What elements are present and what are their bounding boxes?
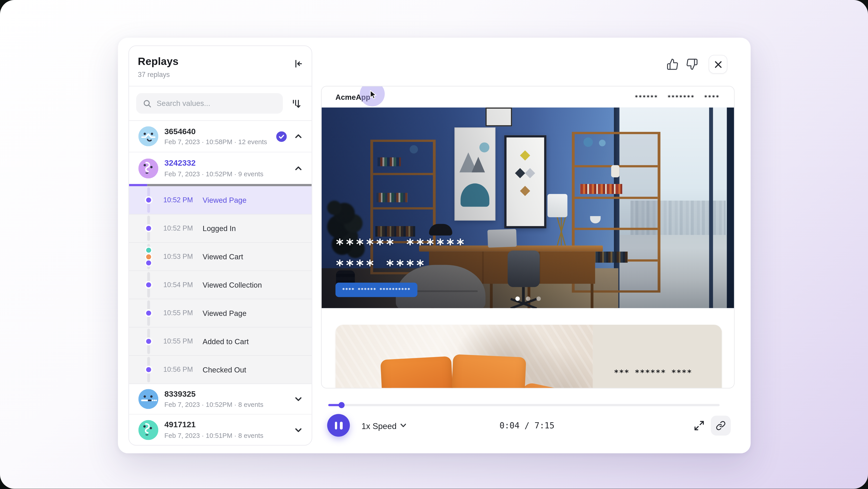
playback-progress-bar[interactable] bbox=[328, 404, 719, 406]
session-id: 8339325 bbox=[164, 390, 288, 399]
thumbs-up-button[interactable] bbox=[666, 58, 679, 70]
avatar bbox=[138, 420, 158, 440]
event-row-added-to-cart[interactable]: 10:55 PM Added to Cart bbox=[129, 327, 312, 356]
event-dot-purple bbox=[146, 260, 151, 265]
session-meta: Feb 7, 2023 · 10:51PM · 8 events bbox=[164, 432, 288, 439]
sort-filter-button[interactable] bbox=[289, 96, 303, 111]
event-row-checked-out[interactable]: 10:56 PM Checked Out bbox=[129, 356, 312, 384]
speed-label: 1x Speed bbox=[362, 421, 397, 430]
replayed-site-navbar: AcmeApp ****** ******* **** bbox=[322, 86, 734, 108]
playback-progress-knob[interactable] bbox=[339, 402, 345, 408]
session-info: 8339325 Feb 7, 2023 · 10:52PM · 8 events bbox=[164, 390, 288, 408]
watched-check-badge bbox=[276, 131, 287, 142]
product-card-panel: *** ****** **** bbox=[593, 325, 722, 389]
event-dot bbox=[146, 282, 151, 287]
site-content-section: *** ****** **** bbox=[322, 308, 734, 388]
event-time: 10:52 PM bbox=[163, 225, 203, 232]
chevron-down-icon bbox=[401, 423, 407, 428]
speed-dropdown[interactable]: 1x Speed bbox=[362, 420, 406, 431]
event-time: 10:53 PM bbox=[163, 253, 203, 260]
event-dot bbox=[146, 367, 151, 372]
page-background: Replays 37 replays Search values... bbox=[0, 0, 868, 489]
event-dot bbox=[146, 226, 151, 231]
replay-modal: Replays 37 replays Search values... bbox=[118, 38, 751, 454]
avatar bbox=[138, 389, 158, 409]
product-card[interactable]: *** ****** **** bbox=[336, 325, 722, 389]
event-dot bbox=[146, 339, 151, 344]
event-timeline: 10:52 PM Viewed Page 10:52 PM Logged In bbox=[129, 186, 312, 384]
collapse-sidebar-button[interactable] bbox=[292, 58, 305, 70]
event-dot bbox=[146, 311, 151, 316]
close-button[interactable] bbox=[709, 55, 727, 74]
session-row-3654640[interactable]: 3654640 Feb 7, 2023 · 10:58PM · 12 event… bbox=[129, 121, 312, 152]
hero-photo: ****** ****** **** **** **** ****** ****… bbox=[322, 108, 734, 308]
site-nav-links: ****** ******* **** bbox=[635, 94, 720, 100]
chevron-up-icon bbox=[294, 164, 303, 173]
masked-nav-link[interactable]: ****** bbox=[635, 94, 658, 100]
session-playback-progress[interactable] bbox=[129, 184, 312, 186]
event-label: Viewed Page bbox=[203, 196, 246, 204]
collapse-session-button[interactable] bbox=[294, 132, 303, 141]
chevron-up-icon bbox=[294, 132, 303, 141]
avatar bbox=[138, 126, 158, 146]
session-meta: Feb 7, 2023 · 10:58PM · 12 events bbox=[164, 138, 270, 146]
sidebar-header: Replays 37 replays bbox=[129, 46, 312, 86]
event-dot-stack bbox=[146, 248, 151, 265]
event-row-viewed-page-1[interactable]: 10:52 PM Viewed Page bbox=[129, 186, 312, 214]
event-time: 10:54 PM bbox=[163, 281, 203, 289]
time-display: 0:04 / 7:15 bbox=[486, 421, 568, 431]
link-icon bbox=[716, 421, 726, 431]
session-row-8339325[interactable]: 8339325 Feb 7, 2023 · 10:52PM · 8 events bbox=[129, 384, 312, 414]
expand-session-button[interactable] bbox=[294, 395, 303, 403]
event-time: 10:55 PM bbox=[163, 309, 203, 317]
time-total: 7:15 bbox=[535, 421, 555, 431]
event-label: Viewed Page bbox=[203, 309, 246, 317]
event-label: Checked Out bbox=[203, 366, 246, 374]
event-row-logged-in[interactable]: 10:52 PM Logged In bbox=[129, 214, 312, 243]
masked-nav-link[interactable]: **** bbox=[704, 94, 720, 100]
event-label: Added to Cart bbox=[203, 337, 249, 346]
masked-hero-line1: ****** ****** bbox=[336, 234, 466, 255]
carousel-dot[interactable] bbox=[536, 296, 541, 301]
carousel-dot[interactable] bbox=[526, 296, 530, 301]
session-row-4917121[interactable]: 4917121 Feb 7, 2023 · 10:51PM · 8 events bbox=[129, 414, 312, 445]
carousel-dot-active[interactable] bbox=[515, 296, 520, 301]
fullscreen-button[interactable] bbox=[693, 420, 705, 432]
event-row-viewed-collection[interactable]: 10:54 PM Viewed Collection bbox=[129, 271, 312, 299]
session-row-3242332[interactable]: 3242332 Feb 7, 2023 · 10:52PM · 9 events bbox=[129, 152, 312, 184]
carousel-dots bbox=[515, 296, 541, 301]
session-progress-track bbox=[147, 184, 311, 186]
event-label: Viewed Cart bbox=[203, 253, 243, 261]
search-input[interactable]: Search values... bbox=[136, 93, 283, 114]
pause-icon bbox=[335, 421, 337, 429]
search-row: Search values... bbox=[129, 86, 312, 121]
session-id: 3242332 bbox=[164, 159, 288, 168]
time-separator: / bbox=[524, 421, 529, 431]
copy-link-button[interactable] bbox=[711, 416, 731, 436]
page-title: Replays bbox=[138, 55, 303, 68]
event-time: 10:52 PM bbox=[163, 196, 203, 204]
session-meta: Feb 7, 2023 · 10:52PM · 8 events bbox=[164, 401, 288, 408]
masked-product-text: *** ****** **** bbox=[614, 368, 692, 377]
masked-nav-link[interactable]: ******* bbox=[668, 94, 694, 100]
session-info: 4917121 Feb 7, 2023 · 10:51PM · 8 events bbox=[164, 420, 288, 439]
event-dot bbox=[146, 198, 151, 203]
pause-button[interactable] bbox=[327, 414, 350, 436]
collapse-left-icon bbox=[293, 58, 304, 69]
session-info: 3654640 Feb 7, 2023 · 10:58PM · 12 event… bbox=[164, 127, 270, 146]
chevron-down-icon bbox=[294, 395, 303, 403]
collapse-session-button[interactable] bbox=[294, 164, 303, 173]
masked-hero-line2: **** **** bbox=[336, 255, 466, 276]
thumbs-down-button[interactable] bbox=[686, 58, 698, 70]
time-current: 0:04 bbox=[500, 421, 520, 431]
replays-sidebar: Replays 37 replays Search values... bbox=[128, 46, 312, 445]
event-time: 10:55 PM bbox=[163, 337, 203, 345]
feedback-actions bbox=[666, 55, 727, 74]
event-dot-teal bbox=[146, 248, 151, 253]
event-row-viewed-cart[interactable]: 10:53 PM Viewed Cart bbox=[129, 243, 312, 271]
masked-hero-cta-button[interactable]: **** ****** ********** bbox=[336, 283, 417, 297]
event-row-viewed-page-2[interactable]: 10:55 PM Viewed Page bbox=[129, 299, 312, 327]
thumbs-down-icon bbox=[686, 58, 698, 70]
session-list: 3654640 Feb 7, 2023 · 10:58PM · 12 event… bbox=[129, 121, 312, 445]
expand-session-button[interactable] bbox=[294, 425, 303, 434]
